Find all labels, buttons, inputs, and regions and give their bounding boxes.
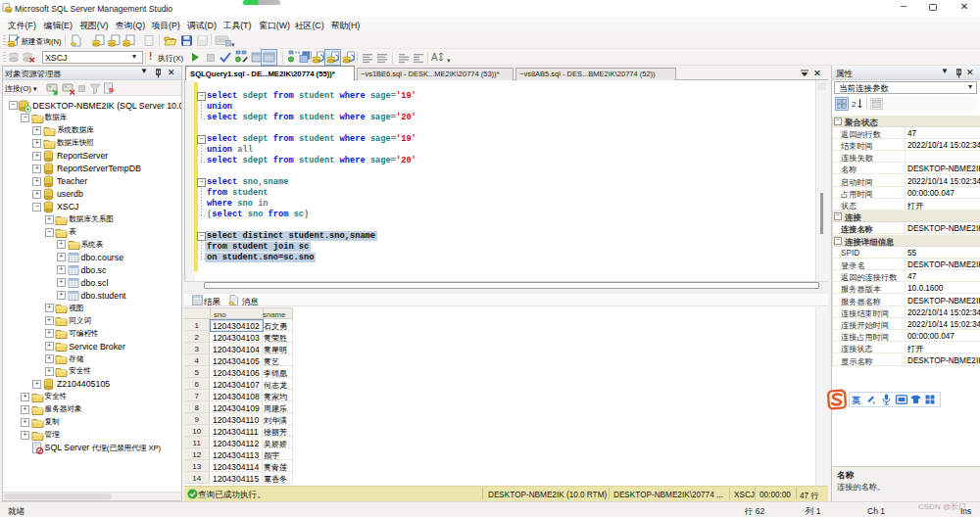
svg-text:A: A: [431, 52, 438, 63]
svg-text:2: 2: [852, 100, 857, 109]
